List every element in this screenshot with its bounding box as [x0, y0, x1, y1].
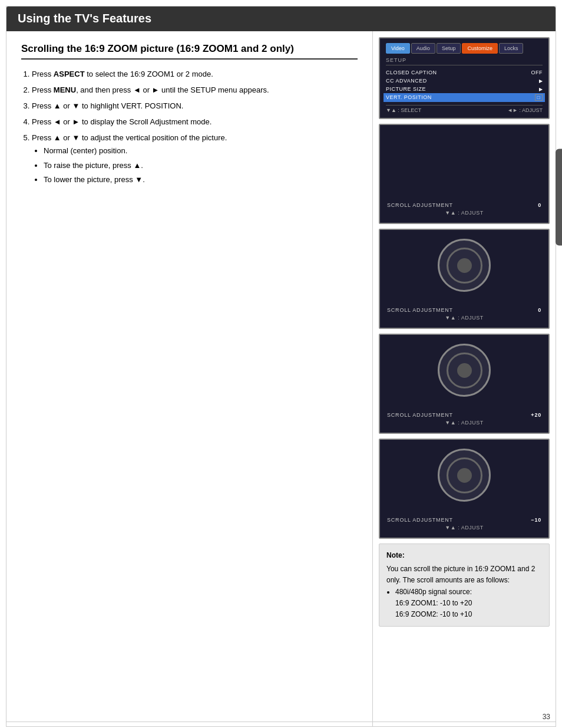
scroll-info-2: SCROLL ADJUSTMENT 0	[387, 307, 541, 313]
scroll-info-4: SCROLL ADJUSTMENT −10	[387, 517, 541, 523]
vert-position-box: □	[535, 94, 543, 101]
scroll-box-2: SCROLL ADJUSTMENT 0 ▼▲ : ADJUST	[379, 229, 550, 329]
menu-setup-label: SETUP	[386, 57, 543, 65]
circle-graphic-3	[438, 344, 491, 397]
page-number: 33	[543, 713, 550, 721]
scroll-box-4: SCROLL ADJUSTMENT −10 ▼▲ : ADJUST	[379, 439, 550, 539]
menu-row-picture-size: PICTURE SIZE	[386, 85, 543, 93]
tab-customize: Customize	[462, 43, 498, 54]
scroll-adjust-2: ▼▲ : ADJUST	[387, 315, 541, 321]
tab-setup: Setup	[437, 43, 461, 54]
scroll-adjust-1: ▼▲ : ADJUST	[387, 210, 541, 216]
menu-row-vert-position: VERT. POSITION □	[384, 93, 545, 102]
scroll-label-3: SCROLL ADJUSTMENT	[387, 412, 453, 418]
scroll-box-1: SCROLL ADJUSTMENT 0 ▼▲ : ADJUST	[379, 124, 550, 224]
scroll-label-4: SCROLL ADJUSTMENT	[387, 517, 453, 523]
scroll-adjust-3: ▼▲ : ADJUST	[387, 420, 541, 426]
cc-advanced-label: CC ADVANCED	[386, 78, 427, 84]
note-bullet-1: 480i/480p signal source:16:9 ZOOM1: -10 …	[395, 587, 542, 621]
menu-footer: ▼▲ : SELECT ◄► : ADJUST	[386, 105, 543, 113]
scroll-label-2: SCROLL ADJUSTMENT	[387, 307, 453, 313]
menu-tabs: Video Audio Setup Customize Locks	[386, 43, 543, 54]
right-column: Video Audio Setup Customize Locks SETUP …	[373, 31, 556, 726]
tab-audio: Audio	[411, 43, 435, 54]
scroll-info-1: SCROLL ADJUSTMENT 0	[387, 202, 541, 208]
cc-advanced-arrow	[539, 78, 543, 84]
scroll-label-1: SCROLL ADJUSTMENT	[387, 202, 453, 208]
picture-size-label: PICTURE SIZE	[386, 86, 426, 92]
scroll-value-2: 0	[538, 307, 541, 313]
scroll-adjust-4: ▼▲ : ADJUST	[387, 525, 541, 531]
scroll-value-4: −10	[531, 517, 541, 523]
cc-label: CLOSED CAPTION	[386, 70, 437, 75]
tab-locks: Locks	[499, 43, 524, 54]
scroll-value-1: 0	[538, 202, 541, 208]
menu-row-closed-caption: CLOSED CAPTION OFF	[386, 68, 543, 77]
footer-select: ▼▲ : SELECT	[386, 107, 421, 113]
tv-menu-screenshot: Video Audio Setup Customize Locks SETUP …	[379, 37, 550, 119]
circle-graphic-4	[438, 449, 491, 502]
side-tab: Setting up your TV	[556, 149, 562, 246]
circle-graphic-2	[438, 239, 491, 292]
note-text: You can scroll the picture in 16:9 ZOOM1…	[386, 564, 542, 586]
vert-position-label: VERT. POSITION	[386, 94, 432, 101]
footer-adjust: ◄► : ADJUST	[507, 107, 543, 113]
tab-video: Video	[386, 43, 410, 54]
note-label: Note:	[386, 550, 542, 561]
picture-size-arrow	[539, 86, 543, 92]
note-box: Note: You can scroll the picture in 16:9…	[379, 543, 550, 627]
menu-row-cc-advanced: CC ADVANCED	[386, 77, 543, 85]
scroll-value-3: +20	[531, 412, 541, 418]
scroll-info-3: SCROLL ADJUSTMENT +20	[387, 412, 541, 418]
scroll-box-3: SCROLL ADJUSTMENT +20 ▼▲ : ADJUST	[379, 334, 550, 434]
cc-value: OFF	[531, 70, 543, 75]
